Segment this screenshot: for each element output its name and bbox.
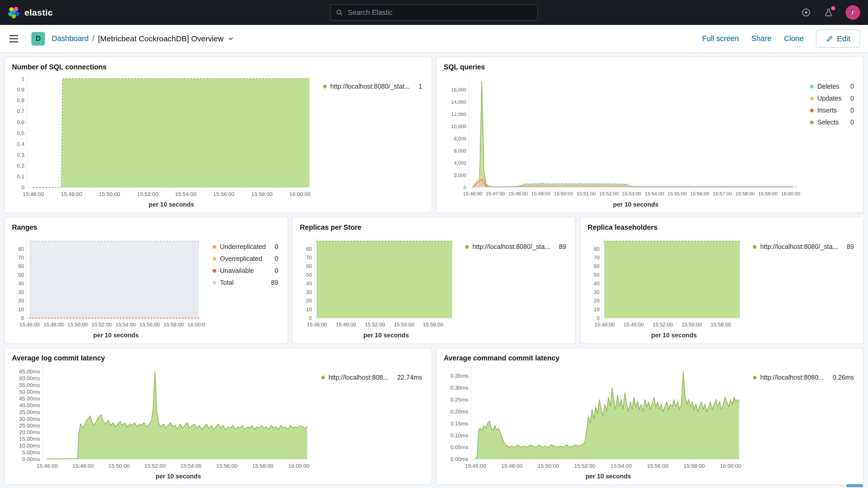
panel-title[interactable]: SQL queries: [444, 63, 856, 71]
svg-text:1: 1: [21, 75, 24, 82]
svg-text:15:55:00: 15:55:00: [682, 322, 702, 328]
svg-text:30: 30: [594, 289, 599, 295]
panel-avg-log-commit-latency: Average log commit latency 0.00ms5.00ms1…: [4, 348, 432, 485]
legend-item[interactable]: http://localhost:8080/_stat...1: [323, 83, 422, 90]
svg-text:10: 10: [594, 307, 599, 312]
svg-text:15:58:00: 15:58:00: [163, 322, 184, 328]
full-screen-button[interactable]: Full screen: [702, 34, 739, 43]
svg-text:8,000: 8,000: [454, 136, 466, 141]
panel-title[interactable]: Average log commit latency: [12, 354, 424, 362]
notifications-icon[interactable]: [823, 7, 834, 18]
legend-item[interactable]: http://localhost:8080/_sta...89: [753, 243, 854, 250]
menu-button[interactable]: [8, 33, 20, 45]
svg-text:15:46:00: 15:46:00: [23, 191, 44, 197]
legend-item[interactable]: Updates0: [810, 95, 854, 102]
svg-text:15:49:00: 15:49:00: [624, 322, 644, 328]
space-badge[interactable]: D: [31, 32, 45, 45]
svg-text:15:48:00: 15:48:00: [72, 463, 94, 469]
svg-text:15:50:00: 15:50:00: [554, 191, 573, 196]
x-axis-title: per 10 seconds: [300, 331, 458, 340]
share-button[interactable]: Share: [751, 34, 771, 43]
edit-button[interactable]: Edit: [816, 30, 860, 48]
sql-queries-chart[interactable]: 02,0004,0006,0008,00010,00012,00014,0001…: [444, 73, 803, 200]
ranges-chart[interactable]: 0102030405060708015:46:0015:48:0015:50:0…: [12, 233, 205, 331]
legend-label: http://localhost:8080/_sta...: [760, 243, 838, 250]
title-menu-button[interactable]: [227, 35, 235, 42]
panel-avg-command-commit-latency: Average command commit latency 0.00ms0.0…: [436, 348, 864, 485]
legend-swatch-icon: [810, 109, 814, 112]
svg-text:2,000: 2,000: [454, 173, 466, 178]
legend-value: 89: [271, 279, 278, 286]
legend-item[interactable]: Total89: [213, 279, 278, 286]
horizontal-scrollbar-thumb[interactable]: [846, 484, 863, 487]
svg-text:15:56:00: 15:56:00: [140, 322, 160, 328]
svg-text:15:46:00: 15:46:00: [465, 463, 486, 469]
svg-text:15:58:00: 15:58:00: [423, 322, 443, 328]
global-search[interactable]: [330, 4, 538, 21]
svg-text:0.15ms: 0.15ms: [451, 421, 468, 426]
legend-swatch-icon: [323, 85, 327, 88]
user-avatar[interactable]: r: [846, 5, 860, 20]
svg-text:0.6: 0.6: [17, 119, 24, 125]
legend-value: 0: [850, 119, 854, 126]
panel-row-3: Average log commit latency 0.00ms5.00ms1…: [4, 348, 864, 485]
legend-item[interactable]: Inserts0: [810, 106, 854, 114]
svg-text:15:54:00: 15:54:00: [645, 191, 664, 196]
legend-label: Selects: [817, 119, 839, 126]
svg-text:14,000: 14,000: [451, 99, 466, 105]
page-title: [Metricbeat CockroachDB] Overview: [98, 34, 224, 43]
svg-text:15:52:00: 15:52:00: [599, 191, 619, 196]
search-input[interactable]: [347, 8, 532, 17]
chart-legend: http://localhost:8080/_sta...89: [746, 233, 856, 340]
avg-log-commit-latency-chart[interactable]: 0.00ms5.00ms10.00ms15.00ms20.00ms25.00ms…: [12, 364, 314, 471]
panel-title[interactable]: Average command commit latency: [444, 354, 856, 362]
panel-title[interactable]: Replica leaseholders: [588, 223, 856, 232]
svg-text:15:53:00: 15:53:00: [622, 191, 641, 196]
svg-text:40.00ms: 40.00ms: [19, 402, 40, 408]
svg-text:0.2: 0.2: [17, 163, 24, 169]
legend-item[interactable]: Underreplicated0: [213, 243, 278, 250]
elastic-home-link[interactable]: elastic: [8, 6, 53, 19]
svg-text:60: 60: [306, 263, 312, 269]
replica-leaseholders-chart[interactable]: 0102030405060708015:46:0015:49:0015:52:0…: [588, 233, 746, 331]
svg-text:50: 50: [306, 272, 312, 278]
legend-item[interactable]: Deletes0: [810, 83, 854, 90]
avg-command-commit-latency-chart[interactable]: 0.00ms0.05ms0.10ms0.15ms0.20ms0.25ms0.30…: [444, 364, 746, 471]
legend-value: 0: [275, 243, 278, 250]
legend-value: 22.74ms: [397, 374, 422, 381]
clone-button[interactable]: Clone: [784, 34, 804, 43]
legend-label: Inserts: [817, 106, 837, 114]
svg-text:16:00:00: 16:00:00: [188, 322, 206, 328]
svg-text:0: 0: [597, 315, 599, 321]
legend-value: 0: [850, 106, 854, 114]
svg-text:0: 0: [309, 315, 312, 321]
legend-item[interactable]: Overreplicated0: [213, 255, 278, 263]
svg-text:15:58:00: 15:58:00: [252, 463, 273, 469]
panel-title[interactable]: Ranges: [12, 223, 280, 232]
svg-text:0.5: 0.5: [17, 130, 24, 136]
breadcrumb-dashboard-link[interactable]: Dashboard: [52, 34, 89, 43]
svg-text:10.00ms: 10.00ms: [19, 443, 40, 449]
legend-item[interactable]: http://localhost:8080/_sta...89: [465, 243, 566, 250]
panel-title[interactable]: Replicas per Store: [300, 223, 568, 232]
svg-text:15:52:00: 15:52:00: [144, 463, 165, 469]
svg-text:70: 70: [18, 255, 24, 261]
chart-legend: Underreplicated0Overreplicated0Unavailab…: [205, 233, 280, 340]
panel-replicas-per-store: Replicas per Store 0102030405060708015:4…: [292, 217, 576, 344]
legend-item[interactable]: http://localhost:808...22.74ms: [321, 374, 422, 381]
legend-item[interactable]: Unavailable0: [213, 267, 278, 274]
sql-connections-chart[interactable]: 00.10.20.30.40.50.60.70.80.9115:46:0015:…: [12, 73, 316, 200]
guided-setup-icon[interactable]: [801, 7, 811, 18]
legend-label: http://localhost:808...: [329, 374, 389, 381]
svg-text:0: 0: [21, 315, 24, 321]
x-axis-title: per 10 seconds: [12, 471, 314, 482]
svg-text:15:46:00: 15:46:00: [595, 322, 615, 328]
x-axis-title: per 10 seconds: [12, 331, 205, 340]
legend-item[interactable]: http://localhost:8080...0.26ms: [753, 374, 854, 381]
panel-title[interactable]: Number of SQL connections: [12, 63, 424, 71]
replicas-per-store-chart[interactable]: 0102030405060708015:46:0015:49:0015:52:0…: [300, 233, 458, 331]
legend-label: Unavailable: [220, 267, 254, 274]
svg-text:15:56:00: 15:56:00: [690, 191, 709, 196]
legend-item[interactable]: Selects0: [810, 119, 854, 126]
svg-text:12,000: 12,000: [451, 112, 466, 117]
